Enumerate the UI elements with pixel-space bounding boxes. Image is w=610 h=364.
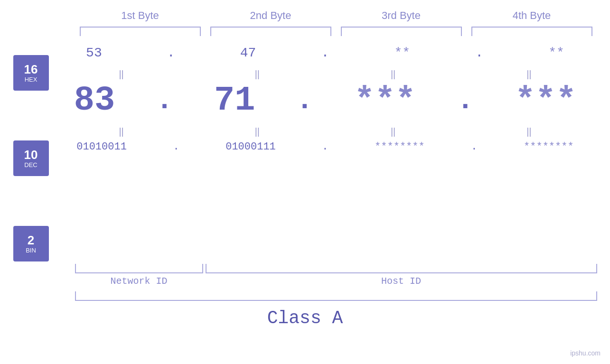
- hex-dot-2: .: [321, 46, 329, 60]
- sep-7: ||: [325, 126, 461, 137]
- bracket-4: [471, 27, 592, 36]
- hex-b3: **: [394, 46, 411, 60]
- bin-number: 2: [28, 233, 34, 247]
- dec-dot-1: .: [156, 84, 173, 117]
- base-labels: 16 HEX 10 DEC 2 BIN: [13, 46, 49, 261]
- bottom-section: Network ID Host ID: [75, 264, 597, 291]
- dec-badge: 10 DEC: [13, 140, 49, 176]
- dec-number: 10: [24, 148, 38, 162]
- dec-b3: ***: [354, 84, 416, 118]
- dec-b2: 71: [214, 84, 255, 118]
- sep-3: ||: [325, 69, 461, 80]
- dec-row: 83 . 71 . *** . ***: [54, 84, 597, 118]
- bin-dot-3: .: [471, 141, 477, 153]
- bottom-labels: Network ID Host ID: [75, 276, 597, 287]
- hex-b1: 53: [86, 46, 102, 60]
- byte-headers: 1st Byte 2nd Byte 3rd Byte 4th Byte: [75, 9, 597, 22]
- bin-b3: ********: [375, 141, 425, 153]
- network-id-label: Network ID: [75, 276, 203, 287]
- sep-6: ||: [189, 126, 325, 137]
- hex-dot-3: .: [475, 46, 483, 60]
- bin-label: BIN: [26, 247, 36, 254]
- dec-b4: ***: [515, 84, 577, 118]
- byte-header-4: 4th Byte: [467, 9, 597, 22]
- sep-hex-dec: || || || ||: [54, 69, 597, 80]
- sep-1: ||: [54, 69, 189, 80]
- host-id-label: Host ID: [206, 276, 597, 287]
- bin-row: 01010011 . 01000111 . ******** . *******…: [54, 141, 597, 153]
- bin-b4: ********: [524, 141, 574, 153]
- main-container: 1st Byte 2nd Byte 3rd Byte 4th Byte 16 H…: [0, 0, 610, 364]
- bracket-3: [341, 27, 462, 36]
- bin-b2: 01000111: [225, 141, 276, 153]
- hex-label: HEX: [25, 76, 38, 83]
- sep-8: ||: [461, 126, 597, 137]
- hex-b2: 47: [240, 46, 256, 60]
- byte-header-3: 3rd Byte: [336, 9, 467, 22]
- watermark: ipshu.com: [570, 349, 601, 357]
- sep-dec-bin: || || || ||: [54, 126, 597, 137]
- main-area: 16 HEX 10 DEC 2 BIN 53 . 47 . ** . **: [13, 46, 597, 261]
- hex-badge: 16 HEX: [13, 55, 49, 91]
- dec-b1: 83: [74, 84, 115, 118]
- bottom-brackets: [75, 264, 597, 273]
- sep-5: ||: [54, 126, 189, 137]
- hex-row: 53 . 47 . ** . **: [54, 46, 597, 60]
- class-label: Class A: [0, 308, 610, 328]
- top-brackets: [75, 27, 597, 36]
- bracket-2: [210, 27, 331, 36]
- bin-badge: 2 BIN: [13, 226, 49, 261]
- byte-header-1: 1st Byte: [75, 9, 206, 22]
- bin-dot-2: .: [322, 141, 328, 153]
- dec-dot-3: .: [457, 84, 474, 117]
- dec-label: DEC: [24, 161, 37, 168]
- host-bracket: [206, 264, 597, 273]
- hex-b4: **: [548, 46, 564, 60]
- hex-number: 16: [24, 63, 38, 76]
- dec-dot-2: .: [296, 84, 313, 117]
- network-bracket: [75, 264, 203, 273]
- sep-2: ||: [189, 69, 325, 80]
- sep-4: ||: [461, 69, 597, 80]
- full-bottom-bracket: [75, 291, 597, 301]
- byte-header-2: 2nd Byte: [206, 9, 336, 22]
- rows-container: 53 . 47 . ** . ** || || || || 83 . 71 .: [54, 46, 597, 155]
- hex-dot-1: .: [167, 46, 175, 60]
- bin-dot-1: .: [173, 141, 179, 153]
- bracket-1: [80, 27, 201, 36]
- bin-b1: 01010011: [76, 141, 127, 153]
